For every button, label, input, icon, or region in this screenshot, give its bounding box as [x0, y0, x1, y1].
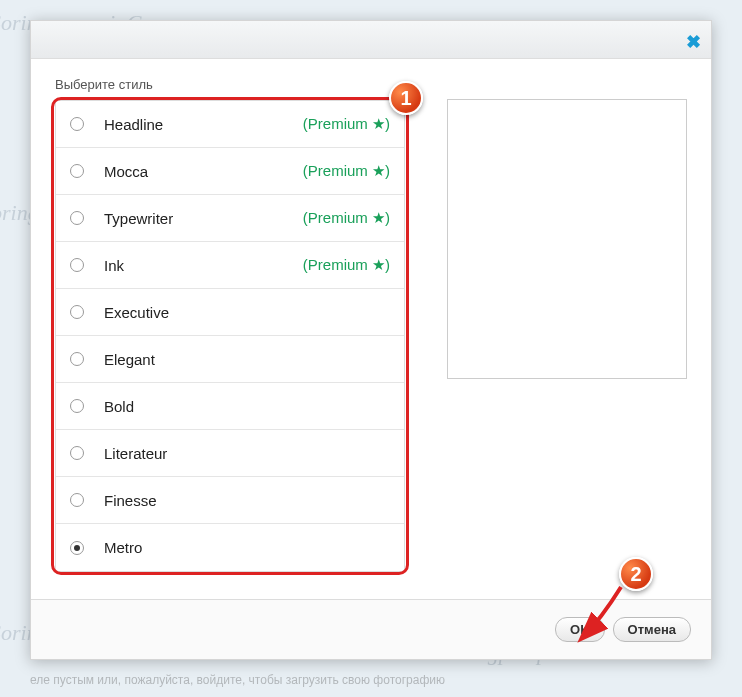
premium-badge: (Premium ★) [303, 115, 390, 133]
style-option-finesse[interactable]: Finesse [56, 477, 404, 524]
style-option-elegant[interactable]: Elegant [56, 336, 404, 383]
style-name: Typewriter [104, 210, 303, 227]
radio-icon[interactable] [70, 352, 84, 366]
style-name: Literateur [104, 445, 390, 462]
style-option-executive[interactable]: Executive [56, 289, 404, 336]
select-style-label: Выберите стиль [55, 77, 687, 92]
premium-badge: (Premium ★) [303, 162, 390, 180]
style-preview [447, 99, 687, 379]
annotation-marker-2: 2 [619, 557, 653, 591]
radio-icon[interactable] [70, 258, 84, 272]
style-name: Headline [104, 116, 303, 133]
style-name: Executive [104, 304, 390, 321]
cancel-button[interactable]: Отмена [613, 617, 691, 642]
radio-icon[interactable] [70, 305, 84, 319]
style-option-typewriter[interactable]: Typewriter(Premium ★) [56, 195, 404, 242]
modal-footer: OK Отмена [31, 599, 711, 659]
style-option-ink[interactable]: Ink(Premium ★) [56, 242, 404, 289]
style-option-bold[interactable]: Bold [56, 383, 404, 430]
premium-badge: (Premium ★) [303, 256, 390, 274]
radio-icon[interactable] [70, 399, 84, 413]
style-list: Headline(Premium ★)Mocca(Premium ★)Typew… [55, 100, 405, 572]
modal-header: ✖ [31, 21, 711, 59]
style-name: Bold [104, 398, 390, 415]
radio-icon[interactable] [70, 541, 84, 555]
modal-body: Выберите стиль Headline(Premium ★)Mocca(… [31, 59, 711, 599]
style-option-metro[interactable]: Metro [56, 524, 404, 571]
style-name: Elegant [104, 351, 390, 368]
radio-icon[interactable] [70, 117, 84, 131]
style-option-literateur[interactable]: Literateur [56, 430, 404, 477]
radio-icon[interactable] [70, 211, 84, 225]
style-chooser-modal: ✖ Выберите стиль Headline(Premium ★)Mocc… [30, 20, 712, 660]
ok-button[interactable]: OK [555, 617, 605, 642]
style-option-mocca[interactable]: Mocca(Premium ★) [56, 148, 404, 195]
style-option-headline[interactable]: Headline(Premium ★) [56, 101, 404, 148]
background-hint-text: еле пустым или, пожалуйста, войдите, что… [30, 673, 445, 687]
style-name: Finesse [104, 492, 390, 509]
premium-badge: (Premium ★) [303, 209, 390, 227]
style-name: Mocca [104, 163, 303, 180]
radio-icon[interactable] [70, 446, 84, 460]
style-name: Ink [104, 257, 303, 274]
radio-icon[interactable] [70, 493, 84, 507]
close-icon[interactable]: ✖ [686, 31, 701, 53]
radio-icon[interactable] [70, 164, 84, 178]
style-name: Metro [104, 539, 390, 556]
